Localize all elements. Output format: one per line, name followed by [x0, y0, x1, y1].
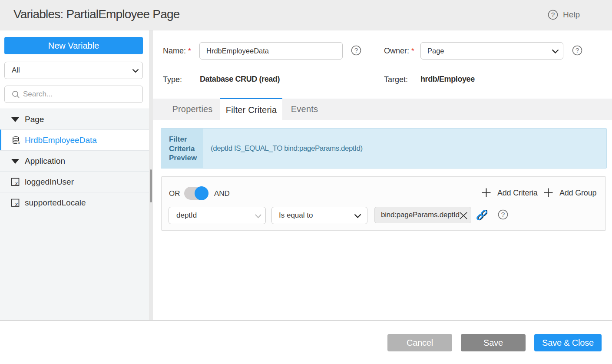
- svg-text:x: x: [15, 201, 18, 207]
- svg-text:x: x: [17, 139, 20, 144]
- svg-text:?: ?: [551, 11, 555, 18]
- svg-text:x: x: [15, 180, 18, 186]
- svg-text:?: ?: [354, 46, 358, 54]
- svg-text:?: ?: [576, 46, 579, 54]
- svg-text:?: ?: [501, 211, 505, 218]
